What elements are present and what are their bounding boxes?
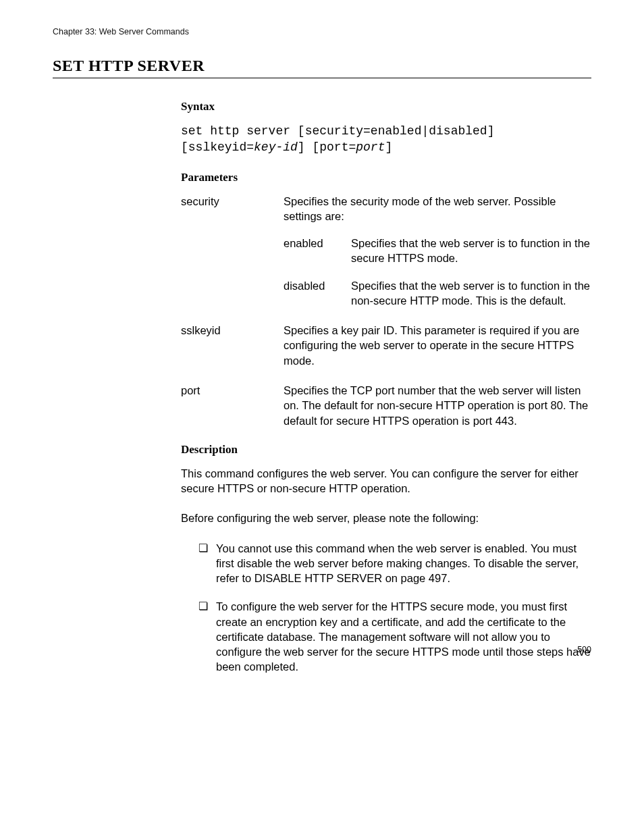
list-item-text: To configure the web server for the HTTP… [216,599,591,674]
param-name: sslkeyid [181,323,284,368]
syntax-text: [sslkeyid= [181,140,254,154]
body-column: Syntax set http server [security=enabled… [181,100,591,675]
syntax-text: ] [385,140,392,154]
description-heading: Description [181,443,591,457]
param-sub-name: disabled [284,278,351,309]
param-subrow-enabled: enabled Specifies that the web server is… [284,236,591,266]
chapter-header: Chapter 33: Web Server Commands [53,27,591,36]
list-item-text: You cannot use this command when the web… [216,541,591,586]
bullet-icon: ❏ [198,541,216,586]
list-item: ❏ To configure the web server for the HT… [198,599,591,674]
parameters-table: security Specifies the security mode of … [181,194,591,428]
param-sub-name: enabled [284,236,351,266]
param-desc: Specifies the security mode of the web s… [284,194,591,309]
parameters-heading: Parameters [181,171,591,184]
syntax-variable: key-id [254,140,298,154]
param-row-sslkeyid: sslkeyid Specifies a key pair ID. This p… [181,323,591,368]
page-title: SET HTTP SERVER [53,57,591,78]
param-sub-desc: Specifies that the web server is to func… [351,236,591,266]
syntax-heading: Syntax [181,100,591,113]
param-subrow-disabled: disabled Specifies that the web server i… [284,278,591,309]
param-row-security: security Specifies the security mode of … [181,194,591,309]
syntax-text: ] [port= [298,140,356,154]
param-desc-text: Specifies the security mode of the web s… [284,194,591,224]
description-paragraph: This command configures the web server. … [181,466,591,496]
page-number: 500 [577,645,591,654]
syntax-variable: port [356,140,385,154]
bullet-icon: ❏ [198,599,216,674]
param-sub-desc: Specifies that the web server is to func… [351,278,591,309]
list-item: ❏ You cannot use this command when the w… [198,541,591,586]
param-desc: Specifies the TCP port number that the w… [284,383,591,428]
param-name: port [181,383,284,428]
param-desc: Specifies a key pair ID. This parameter … [284,323,591,368]
syntax-text: set http server [security=enabled|disabl… [181,124,494,138]
param-name: security [181,194,284,309]
description-paragraph: Before configuring the web server, pleas… [181,511,591,525]
param-row-port: port Specifies the TCP port number that … [181,383,591,428]
note-list: ❏ You cannot use this command when the w… [181,541,591,675]
syntax-block: set http server [security=enabled|disabl… [181,123,591,156]
